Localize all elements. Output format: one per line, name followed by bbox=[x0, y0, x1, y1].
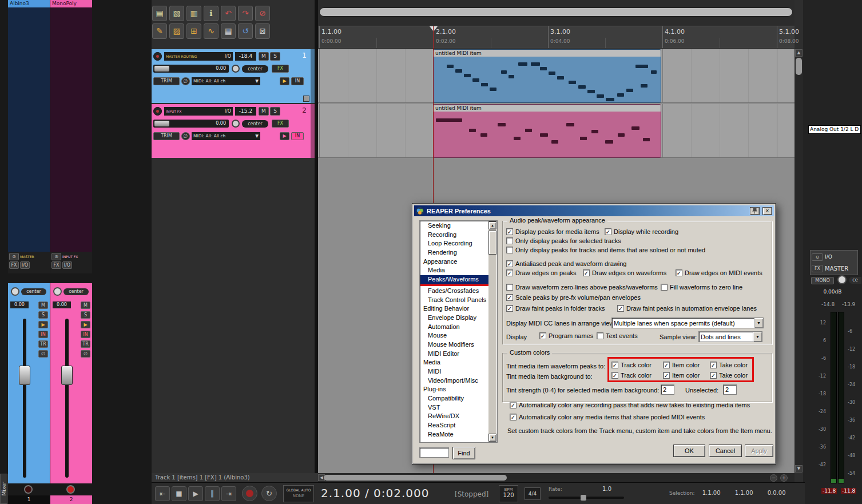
pref-tree-item-midi[interactable]: MIDI bbox=[420, 367, 488, 376]
track-lane-2[interactable]: untitled MIDI item bbox=[318, 104, 795, 158]
volume-slider[interactable]: 0.00 bbox=[153, 65, 229, 73]
midi-input-selector[interactable]: MIDI: All: All ch▼ bbox=[192, 77, 260, 85]
go-to-end-button[interactable]: ⇥ bbox=[221, 486, 236, 501]
lock-icon[interactable]: ⊠ bbox=[255, 23, 270, 39]
global-automation-button[interactable]: GLOBAL AUTO NONE bbox=[283, 485, 314, 502]
zoom-out-button[interactable]: − bbox=[770, 474, 777, 482]
pref-tree-item-appearance[interactable]: Appearance bbox=[420, 257, 488, 267]
master-pan-knob[interactable] bbox=[837, 275, 847, 284]
pref-tree-item-rewire-dx[interactable]: ReWire/DX bbox=[420, 412, 488, 421]
pref-tree-item-midi-editor[interactable]: MIDI Editor bbox=[420, 350, 488, 359]
fader-handle[interactable] bbox=[19, 366, 30, 385]
trim-button[interactable]: TRIM bbox=[153, 132, 180, 140]
save-project-icon[interactable]: ▥ bbox=[186, 6, 201, 21]
volume-slider[interactable]: 0.00 bbox=[153, 120, 229, 128]
checkbox-auto-record-color[interactable]: ✓Automatically color any recording pass … bbox=[510, 402, 750, 408]
phase-button[interactable]: ∅ bbox=[181, 77, 190, 85]
pref-tree-item-track-control-panels[interactable]: Track Control Panels bbox=[420, 296, 488, 305]
pref-tree-item-media[interactable]: Media bbox=[420, 358, 488, 367]
pref-tree-item-envelope-display[interactable]: Envelope Display bbox=[420, 313, 488, 323]
pref-tree-item-recording[interactable]: Recording bbox=[420, 231, 488, 240]
solo-button[interactable]: S bbox=[38, 311, 48, 319]
record-arm-button[interactable] bbox=[24, 485, 33, 494]
monitor-icon[interactable]: ▶ bbox=[81, 321, 90, 328]
pref-tree-item-editing-behavior[interactable]: Editing Behavior bbox=[420, 304, 488, 313]
cancel-button[interactable]: Cancel bbox=[709, 445, 742, 457]
checkbox-box[interactable] bbox=[506, 284, 513, 291]
repeat-button[interactable]: ↻ bbox=[261, 486, 277, 501]
checkbox-box[interactable]: ✓ bbox=[506, 260, 513, 267]
fx-button[interactable]: FX bbox=[272, 65, 289, 73]
power-icon[interactable]: ⊙ bbox=[812, 253, 823, 261]
record-arm-icon[interactable] bbox=[153, 107, 162, 116]
checkbox-only-selected-tracks[interactable]: Only display peaks for selected tracks bbox=[506, 237, 621, 244]
volume-fader[interactable] bbox=[65, 319, 69, 478]
pause-button[interactable]: ‖ bbox=[205, 486, 220, 501]
sample-view-dropdown[interactable]: Dots and lines ▼ bbox=[698, 331, 762, 342]
pencil-draw-icon[interactable]: ✎ bbox=[152, 23, 167, 39]
undo-history-icon[interactable]: ↺ bbox=[238, 23, 253, 39]
project-settings-icon[interactable]: ℹ bbox=[204, 6, 219, 21]
mixer-strip-name[interactable]: MonoPoly bbox=[50, 0, 92, 7]
checkbox-zero-lines[interactable]: Draw waveform zero-lines above peaks/wav… bbox=[506, 284, 658, 291]
fx-button[interactable]: FX bbox=[272, 120, 289, 128]
record-button[interactable] bbox=[242, 486, 257, 501]
pref-tree-item-rendering[interactable]: Rendering bbox=[420, 248, 488, 257]
trim-button[interactable]: TRIM bbox=[153, 77, 180, 85]
checkbox-box[interactable]: ✓ bbox=[611, 362, 618, 368]
checkbox-scale-prefx[interactable]: ✓Scale peaks by pre-fx volume/pan envelo… bbox=[506, 294, 641, 301]
input-button[interactable]: IN bbox=[291, 77, 304, 85]
power-icon[interactable]: ⊙ bbox=[9, 253, 19, 260]
trim-button[interactable]: TR bbox=[81, 340, 90, 348]
folder-button[interactable] bbox=[303, 96, 309, 102]
pref-tree-item-fades-crossfades[interactable]: Fades/Crossfades bbox=[420, 287, 488, 296]
pref-tree-item-loop-recording[interactable]: Loop Recording bbox=[420, 239, 488, 248]
playrate-slider[interactable] bbox=[549, 497, 624, 499]
pin-icon[interactable] bbox=[750, 207, 760, 215]
checkbox-box[interactable]: ✓ bbox=[506, 294, 513, 301]
stop-button[interactable]: ■ bbox=[172, 486, 186, 501]
pref-tree-item-mouse-modifiers[interactable]: Mouse Modifiers bbox=[420, 340, 488, 350]
monitor-icon[interactable]: ▶ bbox=[38, 321, 48, 328]
clear-icon[interactable]: ⊘ bbox=[255, 6, 270, 21]
checkbox-only-soloed[interactable]: Only display peaks for tracks and items … bbox=[506, 247, 705, 253]
midi-item-track1[interactable]: untitled MIDI item bbox=[433, 49, 661, 103]
mute-button[interactable]: M bbox=[81, 301, 90, 309]
tree-scrollbar[interactable]: ▲ ▼ bbox=[488, 221, 496, 442]
scrollbar-thumb[interactable] bbox=[488, 231, 496, 255]
pref-tree-item-vst[interactable]: VST bbox=[420, 403, 488, 412]
undo-icon[interactable]: ↶ bbox=[221, 6, 236, 21]
dialog-titlebar[interactable]: REAPER Preferences × bbox=[414, 205, 774, 216]
mixer-strip-name[interactable]: Albino3 bbox=[8, 0, 50, 7]
power-icon[interactable]: ⊙ bbox=[51, 253, 61, 260]
scroll-up-icon[interactable]: ▲ bbox=[488, 221, 496, 229]
volume-fader[interactable] bbox=[23, 319, 26, 478]
scroll-up-icon[interactable]: ▲ bbox=[795, 49, 803, 57]
redo-icon[interactable]: ↷ bbox=[238, 6, 253, 21]
pref-tree-item-mouse[interactable]: Mouse bbox=[420, 331, 488, 340]
checkbox-box[interactable] bbox=[506, 237, 513, 244]
checkbox-faint-folder[interactable]: ✓Draw faint peaks in folder tracks bbox=[506, 305, 605, 312]
midi-item-track2[interactable]: untitled MIDI item bbox=[433, 104, 661, 158]
checkbox-box[interactable] bbox=[661, 284, 668, 291]
scrollbar-thumb[interactable] bbox=[796, 58, 802, 75]
input-button[interactable]: IN bbox=[81, 331, 90, 338]
find-input[interactable] bbox=[419, 447, 449, 458]
monitor-button[interactable]: ▶ bbox=[280, 132, 289, 140]
envelope-icon[interactable]: ∿ bbox=[204, 23, 219, 39]
checkbox-edges-peaks[interactable]: ✓Draw edges on peaks bbox=[506, 269, 576, 276]
time-signature-display[interactable]: 4/4 bbox=[525, 487, 541, 500]
checkbox-peaks-track-color[interactable]: ✓Track color bbox=[611, 362, 652, 368]
mute-button[interactable]: M bbox=[259, 52, 269, 61]
pref-tree-item-peaks-waveforms[interactable]: Peaks/Waveforms bbox=[420, 275, 488, 284]
track-lane-1[interactable]: untitled MIDI item bbox=[318, 49, 795, 103]
checkbox-box[interactable]: ✓ bbox=[506, 269, 513, 276]
checkbox-edges-midi[interactable]: ✓Draw edges on MIDI events bbox=[676, 269, 762, 276]
go-to-start-button[interactable]: ⇤ bbox=[155, 486, 170, 501]
solo-button[interactable]: S bbox=[81, 311, 90, 319]
playrate-slider-handle[interactable] bbox=[581, 495, 586, 501]
checkbox-box[interactable]: ✓ bbox=[611, 372, 618, 379]
pref-tree-item-compatibility[interactable]: Compatibility bbox=[420, 394, 488, 403]
transport-time-display[interactable]: 2.1.00 / 0:02.000 bbox=[321, 486, 430, 500]
input-button[interactable]: IN bbox=[291, 132, 304, 140]
